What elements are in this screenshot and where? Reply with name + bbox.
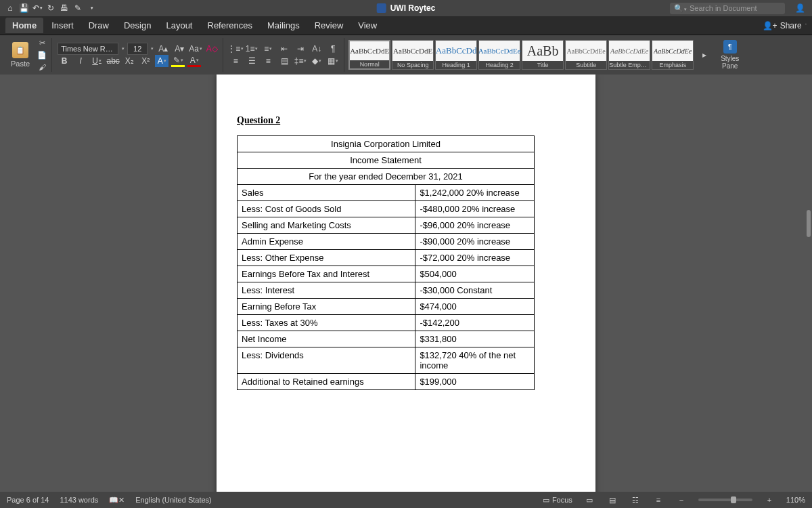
grow-font-icon[interactable]: A▴: [156, 43, 170, 55]
outdent-icon[interactable]: ⇤: [277, 43, 291, 55]
table-row[interactable]: Less: Other Expense-$72,000 20% increase: [238, 250, 535, 266]
row-label[interactable]: Less: Other Expense: [238, 250, 415, 266]
tab-mailings[interactable]: Mailings: [261, 18, 307, 33]
search-box[interactable]: 🔍▾ Search in Document: [670, 3, 785, 14]
row-label[interactable]: Additional to Retained earnings: [238, 374, 415, 390]
row-value[interactable]: $331,800: [415, 331, 535, 347]
style-heading-1[interactable]: AaBbCcDdHeading 1: [435, 40, 477, 70]
cut-icon[interactable]: ✂: [37, 37, 47, 48]
style-emphasis[interactable]: AaBbCcDdEeEmphasis: [652, 40, 694, 70]
row-value[interactable]: $1,242,000 20% increase: [415, 185, 535, 201]
styles-scroll-icon[interactable]: ▸: [698, 49, 711, 61]
table-row[interactable]: Earning Before Tax$474,000: [238, 299, 535, 315]
tab-home[interactable]: Home: [5, 18, 43, 33]
sort-icon[interactable]: A↓: [310, 43, 323, 55]
table-header-period[interactable]: For the year ended December 31, 2021: [238, 169, 535, 185]
indent-icon[interactable]: ⇥: [294, 43, 307, 55]
style-subtitle[interactable]: AaBbCcDdEeSubtitle: [565, 40, 607, 70]
justify-icon[interactable]: ▤: [277, 55, 291, 67]
style-no-spacing[interactable]: AaBbCcDdENo Spacing: [392, 40, 434, 70]
table-row[interactable]: Earnings Before Tax and Interest$504,000: [238, 266, 535, 282]
question-heading[interactable]: Question 2: [237, 115, 575, 126]
table-row[interactable]: Less: Dividends$132,720 40% of the net i…: [238, 347, 535, 374]
zoom-level[interactable]: 110%: [786, 496, 805, 504]
row-value[interactable]: $132,720 40% of the net income: [415, 347, 535, 374]
subscript-button[interactable]: X₂: [122, 55, 136, 67]
italic-button[interactable]: I: [74, 55, 87, 67]
bold-button[interactable]: B: [58, 55, 71, 67]
print-icon[interactable]: 🖶: [60, 3, 69, 13]
outline-icon[interactable]: ≡: [652, 495, 664, 505]
row-label[interactable]: Less: Taxes at 30%: [238, 315, 415, 331]
zoom-out-icon[interactable]: −: [675, 495, 687, 505]
row-value[interactable]: $504,000: [415, 266, 535, 282]
table-header-company[interactable]: Insignia Corporation Limited: [238, 136, 535, 152]
collapse-icon[interactable]: ˆ: [805, 23, 807, 28]
copy-icon[interactable]: 📄: [37, 49, 47, 60]
row-value[interactable]: -$142,200: [415, 315, 535, 331]
edit-icon[interactable]: ✎: [73, 3, 83, 13]
font-size-selector[interactable]: 12: [127, 43, 148, 55]
table-row[interactable]: Admin Expense-$90,000 20% increase: [238, 234, 535, 250]
style-normal[interactable]: AaBbCcDdENormal: [348, 40, 390, 70]
tab-insert[interactable]: Insert: [45, 18, 81, 33]
table-row[interactable]: Less: Interest-$30,000 Constant: [238, 282, 535, 299]
tab-view[interactable]: View: [351, 18, 384, 33]
income-statement-table[interactable]: Insignia Corporation Limited Income Stat…: [237, 135, 535, 390]
share-button[interactable]: 👤+ Share ˆ: [763, 21, 807, 30]
zoom-thumb[interactable]: [731, 496, 736, 503]
table-row[interactable]: Additional to Retained earnings$199,000: [238, 374, 535, 390]
text-effects-icon[interactable]: A▾: [155, 55, 168, 67]
scrollbar-thumb[interactable]: [807, 210, 811, 237]
focus-mode-button[interactable]: ▭ Focus: [543, 496, 572, 505]
tab-draw[interactable]: Draw: [82, 18, 116, 33]
page-indicator[interactable]: Page 6 of 14: [7, 496, 49, 504]
row-label[interactable]: Less: Dividends: [238, 347, 415, 374]
align-right-icon[interactable]: ≡: [261, 55, 275, 67]
shading-icon[interactable]: ◆▾: [310, 55, 323, 67]
multilevel-icon[interactable]: ≡▾: [261, 43, 275, 55]
web-layout-icon[interactable]: ☷: [629, 495, 641, 505]
table-row[interactable]: Net Income$331,800: [238, 331, 535, 347]
shrink-font-icon[interactable]: A▾: [173, 43, 186, 55]
row-value[interactable]: $199,000: [415, 374, 535, 390]
row-value[interactable]: -$72,000 20% increase: [415, 250, 535, 266]
font-color-icon[interactable]: A▾: [187, 55, 201, 67]
format-painter-icon[interactable]: 🖌: [37, 62, 47, 72]
spellcheck-icon[interactable]: 📖✕: [109, 496, 125, 505]
row-label[interactable]: Sales: [238, 185, 415, 201]
underline-button[interactable]: U▾: [90, 55, 104, 67]
align-left-icon[interactable]: ≡: [229, 55, 242, 67]
tab-design[interactable]: Design: [117, 18, 158, 33]
document-area[interactable]: Question 2 Insignia Corporation Limited …: [0, 75, 812, 492]
page[interactable]: Question 2 Insignia Corporation Limited …: [217, 75, 595, 492]
row-value[interactable]: -$480,000 20% increase: [415, 201, 535, 217]
undo-icon[interactable]: ↶▾: [32, 3, 42, 13]
styles-pane-button[interactable]: ¶ Styles Pane: [717, 40, 743, 70]
row-value[interactable]: -$90,000 20% increase: [415, 234, 535, 250]
zoom-slider[interactable]: [698, 499, 752, 501]
row-label[interactable]: Net Income: [238, 331, 415, 347]
row-label[interactable]: Selling and Marketing Costs: [238, 217, 415, 234]
line-spacing-icon[interactable]: ‡≡▾: [294, 55, 307, 67]
row-value[interactable]: -$30,000 Constant: [415, 282, 535, 299]
borders-icon[interactable]: ▦▾: [326, 55, 340, 67]
paste-button[interactable]: 📋 Paste: [7, 42, 34, 68]
row-label[interactable]: Less: Cost of Goods Sold: [238, 201, 415, 217]
user-icon[interactable]: 👤: [795, 3, 805, 13]
pilcrow-icon[interactable]: ¶: [326, 43, 340, 55]
row-value[interactable]: $474,000: [415, 299, 535, 315]
tab-review[interactable]: Review: [308, 18, 351, 33]
highlight-icon[interactable]: ✎▾: [171, 55, 185, 67]
tab-references[interactable]: References: [201, 18, 259, 33]
clear-format-icon[interactable]: A◇: [205, 43, 219, 55]
row-label[interactable]: Earnings Before Tax and Interest: [238, 266, 415, 282]
superscript-button[interactable]: X²: [139, 55, 152, 67]
table-header-title[interactable]: Income Statement: [238, 152, 535, 169]
align-center-icon[interactable]: ☰: [245, 55, 258, 67]
numbering-icon[interactable]: 1≡▾: [245, 43, 258, 55]
tab-layout[interactable]: Layout: [159, 18, 199, 33]
print-layout-icon[interactable]: ▤: [606, 495, 618, 505]
table-row[interactable]: Selling and Marketing Costs-$96,000 20% …: [238, 217, 535, 234]
change-case-icon[interactable]: Aa▾: [189, 43, 202, 55]
